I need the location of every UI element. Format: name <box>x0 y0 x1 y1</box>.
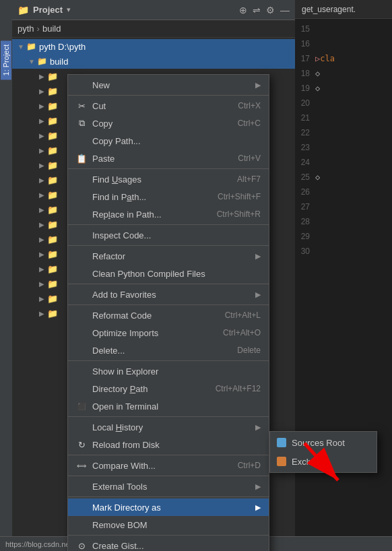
menu-item-dir-path[interactable]: Directory Path Ctrl+Alt+F12 <box>68 380 269 397</box>
menu-item-terminal[interactable]: ⬛ Open in Terminal <box>68 397 269 415</box>
menu-item-clean-python[interactable]: Clean Python Compiled Files <box>68 265 269 282</box>
menu-item-delete[interactable]: Delete... Delete <box>68 342 269 359</box>
menu-item-refactor-label: Refactor <box>92 251 125 261</box>
menu-item-local-history[interactable]: Local History ▶ <box>68 418 269 436</box>
tree-item-build[interactable]: ▼ 📁 build <box>12 54 295 69</box>
breadcrumb-root[interactable]: pyth <box>18 24 34 34</box>
find-path-shortcut: Ctrl+Shift+F <box>218 192 261 201</box>
menu-item-show-explorer[interactable]: Show in Explorer <box>68 362 269 380</box>
diamond-25: ◇ <box>315 172 320 182</box>
menu-item-cut[interactable]: ✂ Cut Ctrl+X <box>68 97 269 115</box>
folder-icon-sub10: 📁 <box>47 205 58 215</box>
line-num-21: 21 <box>295 113 315 123</box>
sidebar-tab-project[interactable]: 1: Project <box>1 40 11 79</box>
menu-item-add-favorites[interactable]: Add to Favorites ▶ <box>68 286 269 303</box>
menu-item-copy-path[interactable]: Copy Path... <box>68 132 269 150</box>
cut-icon: ✂ <box>76 101 87 111</box>
menu-item-refactor[interactable]: Refactor ▶ <box>68 247 269 265</box>
menu-item-external-tools[interactable]: External Tools ▶ <box>68 478 269 495</box>
menu-item-find-path[interactable]: Find in Path... Ctrl+Shift+F <box>68 188 269 205</box>
menu-item-find-path-label: Find in Path... <box>92 192 146 202</box>
separator6 <box>68 304 269 305</box>
menu-item-create-gist[interactable]: ⊙ Create Gist... <box>68 537 269 551</box>
terminal-icon: ⬛ <box>76 403 87 410</box>
line-num-17: 17 <box>295 54 315 63</box>
menu-item-paste-label: Paste <box>92 154 115 164</box>
menu-item-paste[interactable]: 📋 Paste Ctrl+V <box>68 150 269 167</box>
editor-line-27: 27 <box>295 199 392 214</box>
menu-item-remove-bom[interactable]: Remove BOM <box>68 516 269 533</box>
panel-globe-icon[interactable]: ⊕ <box>239 5 247 15</box>
line-content-17: ▷cla <box>315 54 335 63</box>
breadcrumb-sep1: › <box>37 24 40 34</box>
favorites-sub-arrow: ▶ <box>255 290 261 299</box>
menu-item-external-tools-label: External Tools <box>92 482 147 492</box>
paste-icon: 📋 <box>76 154 87 164</box>
menu-item-find-usages-label: Find Usages <box>92 174 141 185</box>
menu-item-find-usages[interactable]: Find Usages Alt+F7 <box>68 170 269 188</box>
menu-item-optimize-label: Optimize Imports <box>92 328 158 338</box>
expand-arrow-sub11: ▶ <box>39 221 44 228</box>
menu-item-replace-path[interactable]: Replace in Path... Ctrl+Shift+R <box>68 205 269 223</box>
menu-item-reload[interactable]: ↻ Reload from Disk <box>68 436 269 453</box>
editor-line-28: 28 <box>295 214 392 229</box>
expand-arrow-sub6: ▶ <box>39 147 44 154</box>
panel-dropdown-icon[interactable]: ▾ <box>67 5 71 14</box>
panel-minus-icon[interactable]: — <box>280 5 290 15</box>
cut-shortcut: Ctrl+X <box>238 101 261 110</box>
editor-line-15: 15 <box>295 22 392 36</box>
panel-split-icon[interactable]: ⇌ <box>253 5 261 15</box>
line-num-23: 23 <box>295 143 315 152</box>
breadcrumb-bar: pyth › build <box>12 20 295 38</box>
line-num-28: 28 <box>295 217 315 226</box>
folder-icon-sub17: 📁 <box>47 309 58 319</box>
submenu-item-excluded[interactable]: Excluded <box>270 452 377 471</box>
separator11 <box>68 496 269 497</box>
editor-line-26: 26 <box>295 185 392 199</box>
sidebar: 1: Project <box>0 0 12 551</box>
folder-icon-sub9: 📁 <box>47 190 58 200</box>
separator3 <box>68 224 269 225</box>
panel-header: 📁 Project ▾ ⊕ ⇌ ⚙ — <box>12 0 295 20</box>
diamond-19: ◇ <box>315 84 320 93</box>
separator4 <box>68 245 269 246</box>
menu-item-reload-label: Reload from Disk <box>92 440 160 450</box>
sources-root-label: Sources Root <box>292 438 345 448</box>
menu-item-inspect[interactable]: Inspect Code... <box>68 226 269 244</box>
menu-item-copy[interactable]: ⧉ Copy Ctrl+C <box>68 115 269 132</box>
editor-tab[interactable]: get_useragent. <box>295 0 392 19</box>
line-num-26: 26 <box>295 187 315 197</box>
editor-line-30: 30 <box>295 244 392 259</box>
folder-icon-sub5: 📁 <box>47 131 58 141</box>
menu-item-new[interactable]: New ▶ <box>68 76 269 94</box>
external-tools-sub-arrow: ▶ <box>255 482 261 491</box>
expand-arrow-sub2: ▶ <box>39 88 44 95</box>
panel-gear-icon[interactable]: ⚙ <box>266 5 275 15</box>
mark-directory-submenu: Sources Root Excluded <box>269 431 377 473</box>
menu-item-optimize[interactable]: Optimize Imports Ctrl+Alt+O <box>68 324 269 342</box>
separator2 <box>68 168 269 169</box>
editor-line-18: 18 ◇ <box>295 66 392 81</box>
submenu-item-sources-root[interactable]: Sources Root <box>270 433 377 452</box>
expand-arrow-sub8: ▶ <box>39 176 44 184</box>
menu-item-show-explorer-label: Show in Explorer <box>92 366 158 377</box>
replace-path-shortcut: Ctrl+Shift+R <box>217 209 261 219</box>
menu-item-copy-label: Copy <box>92 119 112 129</box>
line-num-16: 16 <box>295 39 315 48</box>
menu-item-reformat[interactable]: Reformat Code Ctrl+Alt+L <box>68 306 269 324</box>
separator10 <box>68 476 269 476</box>
line-num-30: 30 <box>295 247 315 256</box>
editor-line-23: 23 <box>295 140 392 155</box>
separator <box>68 95 269 96</box>
line-num-19: 19 <box>295 84 315 93</box>
breadcrumb-child[interactable]: build <box>42 24 61 34</box>
editor-line-21: 21 <box>295 110 392 125</box>
tree-item-pyth[interactable]: ▼ 📁 pyth D:\pyth <box>12 39 295 54</box>
context-menu: New ▶ ✂ Cut Ctrl+X ⧉ Copy Ctrl+C Copy Pa… <box>67 74 269 551</box>
menu-item-mark-directory[interactable]: Mark Directory as ▶ <box>68 498 269 516</box>
expand-arrow-sub7: ▶ <box>39 162 44 169</box>
expand-arrow-sub12: ▶ <box>39 236 44 243</box>
mark-dir-sub-arrow: ▶ <box>255 503 261 512</box>
menu-item-compare[interactable]: ⟺ Compare With... Ctrl+D <box>68 457 269 474</box>
folder-icon-sub4: 📁 <box>47 116 58 126</box>
